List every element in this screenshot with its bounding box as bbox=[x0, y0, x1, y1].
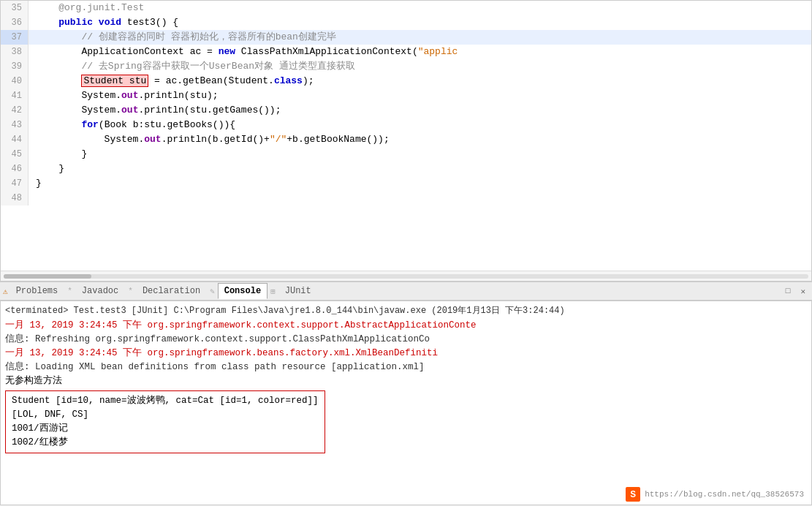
tab-console[interactable]: Console bbox=[218, 283, 267, 299]
line-number: 41 bbox=[1, 88, 29, 103]
line-number: 35 bbox=[1, 1, 29, 15]
line-number: 46 bbox=[1, 162, 29, 176]
scroll-thumb[interactable] bbox=[4, 274, 91, 279]
line-text: @org.junit.Test bbox=[29, 1, 144, 15]
tab-declaration[interactable]: Declaration bbox=[136, 283, 207, 299]
console-result-3: 1001/西游记 bbox=[12, 422, 319, 436]
console-info-1: 信息: Refreshing org.springframework.conte… bbox=[5, 333, 807, 347]
line-text: System.out.println(stu.getGames()); bbox=[29, 103, 281, 118]
line-number: 45 bbox=[1, 147, 29, 162]
line-text: System.out.println(b.getId()+"/"+b.getBo… bbox=[29, 132, 390, 147]
line-text: System.out.println(stu); bbox=[29, 88, 219, 103]
panel-tabs: ⚠ Problems * Javadoc * Declaration ✎ Con… bbox=[0, 282, 812, 301]
code-editor: 35 @org.junit.Test 36 public void test3(… bbox=[0, 0, 812, 282]
code-line-41: 41 System.out.println(stu); bbox=[1, 88, 811, 103]
code-line-44: 44 System.out.println(b.getId()+"/"+b.ge… bbox=[1, 132, 811, 147]
line-number: 42 bbox=[1, 103, 29, 118]
console-log-1: 一月 13, 2019 3:24:45 下午 org.springframewo… bbox=[5, 319, 807, 333]
code-line-38: 38 ApplicationContext ac = new ClassPath… bbox=[1, 45, 811, 59]
code-line-42: 42 System.out.println(stu.getGames()); bbox=[1, 103, 811, 118]
tab-sep-3: ✎ bbox=[208, 287, 216, 296]
line-text: } bbox=[29, 162, 64, 176]
console-result-1: Student [id=10, name=波波烤鸭, cat=Cat [id=1… bbox=[12, 394, 319, 408]
tab-junit[interactable]: JUnit bbox=[278, 283, 318, 299]
console-result-2: [LOL, DNF, CS] bbox=[12, 408, 319, 422]
line-text: Student stu = ac.getBean(Student.class); bbox=[29, 74, 314, 88]
line-text: public void test3() { bbox=[29, 15, 178, 30]
code-line-40: 40 Student stu = ac.getBean(Student.clas… bbox=[1, 74, 811, 88]
line-number: 43 bbox=[1, 118, 29, 132]
line-number: 39 bbox=[1, 59, 29, 74]
line-number: 38 bbox=[1, 45, 29, 59]
code-lines: 35 @org.junit.Test 36 public void test3(… bbox=[1, 1, 811, 205]
console-panel: <terminated> Test.test3 [JUnit] C:\Progr… bbox=[0, 301, 812, 505]
code-line-47: 47 } bbox=[1, 176, 811, 191]
code-line-39: 39 // 去Spring容器中获取一个UserBean对象 通过类型直接获取 bbox=[1, 59, 811, 74]
line-text: // 创建容器的同时 容器初始化，容器所有的bean创建完毕 bbox=[29, 30, 336, 45]
tab-javadoc[interactable]: Javadoc bbox=[75, 283, 125, 299]
problems-indicator: ⚠ bbox=[3, 287, 8, 296]
line-text: } bbox=[29, 176, 42, 191]
line-text: // 去Spring容器中获取一个UserBean对象 通过类型直接获取 bbox=[29, 59, 355, 74]
console-output: <terminated> Test.test3 [JUnit] C:\Progr… bbox=[1, 301, 811, 505]
console-terminated-line: <terminated> Test.test3 [JUnit] C:\Progr… bbox=[5, 304, 807, 317]
panel-controls: □ ✕ bbox=[782, 285, 809, 298]
code-line-37: 37 // 创建容器的同时 容器初始化，容器所有的bean创建完毕 bbox=[1, 30, 811, 45]
line-text: for(Book b:stu.getBooks()){ bbox=[29, 118, 235, 132]
console-result-box: Student [id=10, name=波波烤鸭, cat=Cat [id=1… bbox=[5, 390, 325, 453]
console-info-2: 信息: Loading XML bean definitions from cl… bbox=[5, 360, 807, 374]
line-number: 40 bbox=[1, 74, 29, 88]
tab-sep-2: * bbox=[126, 287, 134, 295]
line-text bbox=[29, 191, 42, 205]
horizontal-scrollbar[interactable] bbox=[1, 271, 811, 281]
watermark-url: https://blog.csdn.net/qq_38526573 bbox=[645, 490, 804, 499]
line-text: ApplicationContext ac = new ClassPathXml… bbox=[29, 45, 458, 59]
minimize-button[interactable]: □ bbox=[782, 285, 794, 298]
tab-sep-4: ⊞ bbox=[269, 287, 277, 296]
code-line-43: 43 for(Book b:stu.getBooks()){ bbox=[1, 118, 811, 132]
line-number: 48 bbox=[1, 191, 29, 205]
code-line-46: 46 } bbox=[1, 162, 811, 176]
line-number: 47 bbox=[1, 176, 29, 191]
tab-sep-1: * bbox=[66, 287, 74, 295]
console-no-constructor: 无参构造方法 bbox=[5, 374, 807, 388]
csdn-logo: S bbox=[626, 487, 640, 502]
tab-problems[interactable]: Problems bbox=[10, 283, 65, 299]
line-number: 44 bbox=[1, 132, 29, 147]
code-line-45: 45 } bbox=[1, 147, 811, 162]
console-result-4: 1002/红楼梦 bbox=[12, 436, 319, 450]
code-line-36: 36 public void test3() { bbox=[1, 15, 811, 30]
watermark: S https://blog.csdn.net/qq_38526573 bbox=[626, 487, 804, 502]
line-text: } bbox=[29, 147, 87, 162]
close-panel-button[interactable]: ✕ bbox=[797, 285, 809, 298]
line-number: 37 bbox=[1, 30, 29, 45]
line-number: 36 bbox=[1, 15, 29, 30]
code-line-48: 48 bbox=[1, 191, 811, 205]
console-log-2: 一月 13, 2019 3:24:45 下午 org.springframewo… bbox=[5, 347, 807, 360]
code-line-35: 35 @org.junit.Test bbox=[1, 1, 811, 15]
